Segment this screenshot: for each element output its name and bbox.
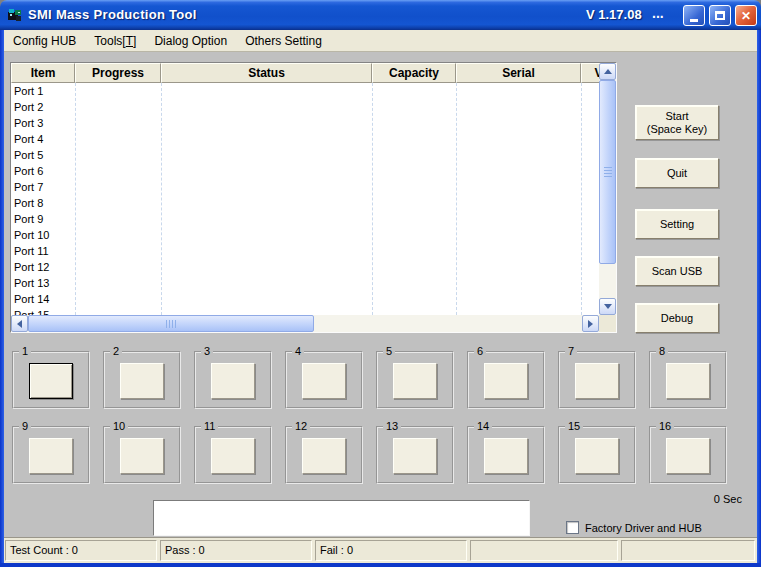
- titlebar: SMI Mass Production Tool V 1.17.08 ... ✕: [0, 0, 761, 30]
- port-listview: Item Progress Status Capacity Serial V P…: [10, 62, 617, 333]
- port-slot-label: 12: [292, 420, 310, 432]
- table-row[interactable]: Port 9: [11, 211, 599, 227]
- port-slot-button-9[interactable]: [29, 438, 73, 474]
- status-pass: Pass : 0: [160, 540, 312, 561]
- port-slot-label: 9: [19, 420, 31, 432]
- port-slot-button-15[interactable]: [575, 438, 619, 474]
- arrow-up-icon: [604, 69, 612, 74]
- table-row[interactable]: Port 14: [11, 291, 599, 307]
- table-row[interactable]: Port 7: [11, 179, 599, 195]
- arrow-right-icon: [588, 320, 593, 328]
- port-slot-button-4[interactable]: [302, 363, 346, 399]
- port-slot-1: 1: [12, 351, 90, 409]
- scroll-down-button[interactable]: [599, 298, 616, 315]
- factory-driver-checkbox-label: Factory Driver and HUB: [585, 522, 702, 534]
- menu-label-key: T: [126, 34, 133, 48]
- column-header-progress[interactable]: Progress: [75, 63, 161, 83]
- column-header-item[interactable]: Item: [11, 63, 75, 83]
- port-slot-4: 4: [285, 351, 363, 409]
- port-slot-16: 16: [649, 426, 727, 484]
- port-slot-9: 9: [12, 426, 90, 484]
- column-gridline: [161, 83, 162, 315]
- column-header-status[interactable]: Status: [161, 63, 372, 83]
- table-row[interactable]: Port 2: [11, 99, 599, 115]
- port-slot-label: 13: [383, 420, 401, 432]
- table-row[interactable]: Port 11: [11, 243, 599, 259]
- debug-button[interactable]: Debug: [635, 303, 719, 333]
- app-window: SMI Mass Production Tool V 1.17.08 ... ✕…: [0, 0, 761, 567]
- vertical-scrollbar[interactable]: [599, 63, 616, 315]
- scroll-right-button[interactable]: [582, 315, 599, 332]
- column-header-capacity[interactable]: Capacity: [372, 63, 456, 83]
- port-slot-14: 14: [467, 426, 545, 484]
- menu-dialog-option[interactable]: Dialog Option: [145, 32, 236, 50]
- vertical-scroll-thumb[interactable]: [599, 80, 616, 264]
- maximize-button[interactable]: [709, 5, 731, 26]
- port-slot-button-12[interactable]: [302, 438, 346, 474]
- horizontal-scrollbar[interactable]: [11, 315, 599, 332]
- menu-config-hub[interactable]: Config HUB: [4, 32, 85, 50]
- table-row[interactable]: Port 5: [11, 147, 599, 163]
- close-icon: ✕: [741, 10, 751, 22]
- port-slot-button-6[interactable]: [484, 363, 528, 399]
- scan-usb-button[interactable]: Scan USB: [635, 256, 719, 286]
- scroll-grip-icon: [604, 167, 612, 178]
- column-header-serial[interactable]: Serial: [456, 63, 581, 83]
- start-button-sublabel: (Space Key): [647, 123, 708, 136]
- table-row[interactable]: Port 12: [11, 259, 599, 275]
- table-row[interactable]: Port 8: [11, 195, 599, 211]
- port-slot-8: 8: [649, 351, 727, 409]
- port-slot-label: 5: [383, 345, 395, 357]
- port-slot-10: 10: [103, 426, 181, 484]
- client-area: Config HUB Tools[T] Dialog Option Others…: [4, 30, 757, 563]
- arrow-down-icon: [604, 304, 612, 309]
- window-border-bottom: [0, 563, 761, 567]
- arrow-left-icon: [17, 320, 22, 328]
- scroll-left-button[interactable]: [11, 315, 28, 332]
- menu-others-setting[interactable]: Others Setting: [236, 32, 331, 50]
- port-slot-button-10[interactable]: [120, 438, 164, 474]
- port-slot-button-16[interactable]: [666, 438, 710, 474]
- menu-label: Others Setting: [245, 34, 322, 48]
- message-box[interactable]: [153, 500, 530, 536]
- table-row[interactable]: Port 3: [11, 115, 599, 131]
- port-slot-button-14[interactable]: [484, 438, 528, 474]
- table-row[interactable]: Port 6: [11, 163, 599, 179]
- port-slot-button-2[interactable]: [120, 363, 164, 399]
- status-test-count: Test Count : 0: [5, 540, 157, 561]
- close-button[interactable]: ✕: [735, 5, 757, 26]
- table-row[interactable]: Port 1: [11, 83, 599, 99]
- minimize-button[interactable]: [683, 5, 705, 26]
- menu-label: Dialog Option: [154, 34, 227, 48]
- table-row[interactable]: Port 15: [11, 307, 599, 315]
- listview-header: Item Progress Status Capacity Serial V: [11, 63, 616, 83]
- setting-button[interactable]: Setting: [635, 209, 719, 239]
- factory-driver-checkbox[interactable]: [566, 521, 579, 534]
- table-row[interactable]: Port 4: [11, 131, 599, 147]
- scroll-grip-icon: [166, 320, 177, 328]
- app-icon: [7, 7, 23, 23]
- port-slot-button-1[interactable]: [29, 363, 73, 399]
- port-slot-label: 4: [292, 345, 304, 357]
- status-empty-panel: [621, 540, 755, 561]
- factory-driver-checkbox-row: Factory Driver and HUB: [566, 521, 702, 534]
- menu-tools[interactable]: Tools[T]: [85, 32, 145, 50]
- debug-button-label: Debug: [661, 312, 693, 325]
- horizontal-scroll-thumb[interactable]: [28, 315, 314, 332]
- port-slot-button-7[interactable]: [575, 363, 619, 399]
- port-slot-button-5[interactable]: [393, 363, 437, 399]
- table-row[interactable]: Port 13: [11, 275, 599, 291]
- quit-button[interactable]: Quit: [635, 158, 719, 188]
- port-slot-button-13[interactable]: [393, 438, 437, 474]
- table-row[interactable]: Port 10: [11, 227, 599, 243]
- scroll-up-button[interactable]: [599, 63, 616, 80]
- port-slot-button-8[interactable]: [666, 363, 710, 399]
- statusbar: Test Count : 0 Pass : 0 Fail : 0: [4, 537, 757, 563]
- start-button[interactable]: Start (Space Key): [635, 105, 719, 140]
- port-slot-label: 3: [201, 345, 213, 357]
- port-slot-button-3[interactable]: [211, 363, 255, 399]
- port-slot-button-11[interactable]: [211, 438, 255, 474]
- port-slot-5: 5: [376, 351, 454, 409]
- port-slot-label: 16: [656, 420, 674, 432]
- menu-label: Tools[: [94, 34, 125, 48]
